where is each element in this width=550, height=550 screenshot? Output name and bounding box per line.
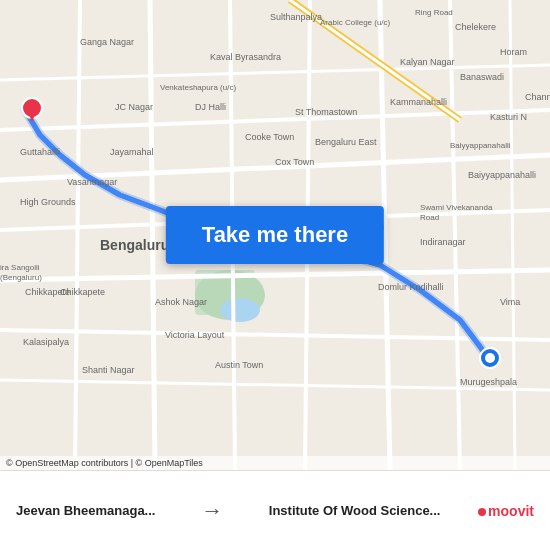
svg-text:High Grounds: High Grounds bbox=[20, 197, 76, 207]
svg-text:St Thomastown: St Thomastown bbox=[295, 107, 357, 117]
origin-location: Jeevan Bheemanaga... bbox=[16, 503, 155, 518]
svg-text:Ganga Nagar: Ganga Nagar bbox=[80, 37, 134, 47]
destination-location: Institute Of Wood Science... bbox=[269, 503, 441, 518]
svg-text:Domlur Kodihalli: Domlur Kodihalli bbox=[378, 282, 444, 292]
svg-text:Ring Road: Ring Road bbox=[415, 8, 453, 17]
svg-text:Kalasipalya: Kalasipalya bbox=[23, 337, 69, 347]
svg-text:Cox Town: Cox Town bbox=[275, 157, 314, 167]
svg-point-24 bbox=[485, 353, 495, 363]
svg-text:Guttahallli: Guttahallli bbox=[20, 147, 60, 157]
svg-text:Ashok Nagar: Ashok Nagar bbox=[155, 297, 207, 307]
svg-text:Austin Town: Austin Town bbox=[215, 360, 263, 370]
svg-text:Bengaluru: Bengaluru bbox=[100, 237, 169, 253]
destination-name: Institute Of Wood Science... bbox=[269, 503, 441, 518]
take-me-there-button[interactable]: Take me there bbox=[166, 206, 384, 264]
svg-text:Chikkapete: Chikkapete bbox=[25, 287, 70, 297]
svg-text:JC Nagar: JC Nagar bbox=[115, 102, 153, 112]
svg-text:Swami Vivekananda: Swami Vivekananda bbox=[420, 203, 493, 212]
svg-text:Baiyyappanahalli: Baiyyappanahalli bbox=[468, 170, 536, 180]
arrow-icon: → bbox=[201, 498, 223, 524]
svg-text:Balyyappanahalli: Balyyappanahalli bbox=[450, 141, 511, 150]
svg-text:Banaswadi: Banaswadi bbox=[460, 72, 504, 82]
svg-text:Chann: Chann bbox=[525, 92, 550, 102]
svg-text:Chelekere: Chelekere bbox=[455, 22, 496, 32]
svg-text:Kammanahalli: Kammanahalli bbox=[390, 97, 447, 107]
svg-point-4 bbox=[220, 298, 260, 322]
map-attribution: © OpenStreetMap contributors | © OpenMap… bbox=[0, 456, 550, 470]
svg-text:ira Sangolli: ira Sangolli bbox=[0, 263, 40, 272]
svg-text:Bengaluru East: Bengaluru East bbox=[315, 137, 377, 147]
svg-text:Jayamahal: Jayamahal bbox=[110, 147, 154, 157]
svg-text:Arabic College (u/c): Arabic College (u/c) bbox=[320, 18, 391, 27]
moovit-logo: moovit bbox=[478, 503, 534, 519]
svg-text:(Bengaluru): (Bengaluru) bbox=[0, 273, 42, 282]
svg-text:Venkateshapura (u/c): Venkateshapura (u/c) bbox=[160, 83, 236, 92]
map-container: Sulthanpalya Arabic College (u/c) Ring R… bbox=[0, 0, 550, 470]
route-arrow: → bbox=[201, 498, 223, 524]
svg-text:Kasturi N: Kasturi N bbox=[490, 112, 527, 122]
moovit-text: moovit bbox=[478, 503, 534, 519]
svg-text:Cooke Town: Cooke Town bbox=[245, 132, 294, 142]
svg-text:Vasantnagar: Vasantnagar bbox=[67, 177, 117, 187]
origin-name: Jeevan Bheemanaga... bbox=[16, 503, 155, 518]
svg-text:Kaval Byrasandra: Kaval Byrasandra bbox=[210, 52, 281, 62]
svg-text:Murugeshpala: Murugeshpala bbox=[460, 377, 517, 387]
svg-text:Sulthanpalya: Sulthanpalya bbox=[270, 12, 322, 22]
moovit-dot bbox=[478, 508, 486, 516]
svg-text:Horam: Horam bbox=[500, 47, 527, 57]
svg-text:Indiranagar: Indiranagar bbox=[420, 237, 466, 247]
svg-text:DJ Halli: DJ Halli bbox=[195, 102, 226, 112]
svg-text:Kalyan Nagar: Kalyan Nagar bbox=[400, 57, 455, 67]
svg-text:Shanti Nagar: Shanti Nagar bbox=[82, 365, 135, 375]
bottom-bar: Jeevan Bheemanaga... → Institute Of Wood… bbox=[0, 470, 550, 550]
svg-text:Victoria Layout: Victoria Layout bbox=[165, 330, 225, 340]
svg-text:Vima: Vima bbox=[500, 297, 520, 307]
svg-text:Road: Road bbox=[420, 213, 439, 222]
